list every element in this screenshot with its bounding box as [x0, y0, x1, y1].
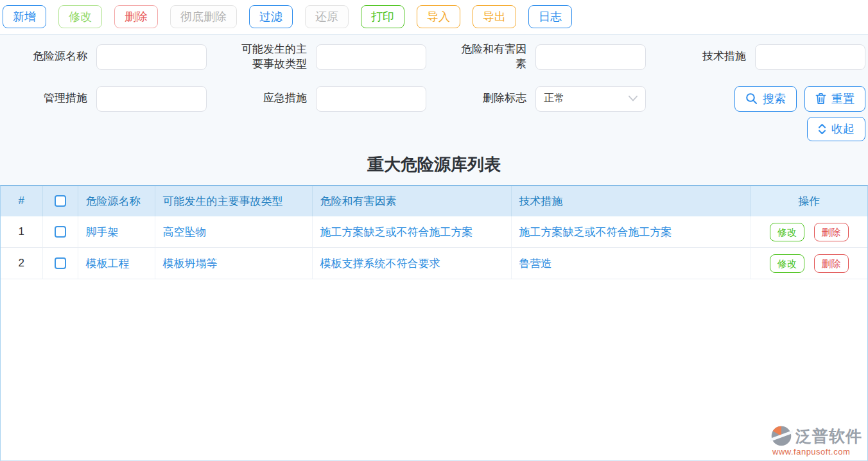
row-delete-button[interactable]: 删除: [814, 223, 849, 241]
search-button-label: 搜索: [763, 91, 786, 107]
hazard-name-label: 危险源名称: [15, 49, 87, 64]
toolbar-import-button[interactable]: 导入: [417, 5, 460, 28]
toolbar-export-button[interactable]: 导出: [473, 5, 516, 28]
collapse-button[interactable]: 收起: [807, 117, 865, 141]
toolbar-log-button[interactable]: 日志: [528, 5, 572, 28]
accident-type-label: 可能发生的主要事故类型: [235, 42, 307, 72]
select-all-checkbox[interactable]: [55, 195, 66, 207]
toolbar: 新增 修改 删除 彻底删除 过滤 还原 打印 导入 导出 日志: [0, 0, 868, 35]
header-accident-type: 可能发生的主要事故类型: [155, 186, 312, 216]
row-delete-button[interactable]: 删除: [814, 254, 849, 273]
cell-technical-measures: 施工方案缺乏或不符合施工方案: [511, 216, 751, 248]
hazard-table-container: # 危险源名称 可能发生的主要事故类型 危险和有害因素 技术措施 操作 1 脚手…: [0, 185, 868, 461]
filter-field-accident-type: 可能发生的主要事故类型: [235, 42, 426, 72]
row-checkbox[interactable]: [55, 226, 66, 238]
toolbar-add-button[interactable]: 新增: [3, 5, 46, 28]
toolbar-filter-button[interactable]: 过滤: [249, 5, 293, 28]
filter-panel: 危险源名称 可能发生的主要事故类型 危险和有害因素 技术措施 管理措施 应急措施…: [0, 35, 868, 141]
cell-actions: 修改 删除: [751, 248, 867, 279]
emergency-measures-label: 应急措施: [235, 91, 307, 106]
table-header-row: # 危险源名称 可能发生的主要事故类型 危险和有害因素 技术措施 操作: [1, 186, 867, 216]
fanpu-logo-icon: [770, 424, 793, 448]
collapse-updown-icon: [818, 123, 826, 135]
collapse-button-label: 收起: [831, 121, 855, 137]
cell-hazard-factors: 模板支撑系统不符合要求: [312, 248, 511, 279]
management-measures-input[interactable]: [96, 86, 207, 112]
header-actions: 操作: [751, 186, 867, 216]
filter-field-hazard-factors: 危险和有害因素: [455, 42, 646, 72]
filter-field-technical-measures: 技术措施: [674, 44, 865, 70]
brand-name: 泛普软件: [795, 426, 862, 447]
cell-technical-measures: 鲁营造: [511, 248, 751, 279]
row-select-cell: [42, 248, 78, 279]
hazard-factors-label: 危险和有害因素: [455, 42, 526, 72]
hazard-factors-input[interactable]: [535, 44, 646, 70]
row-edit-button[interactable]: 修改: [770, 254, 804, 273]
filter-field-management-measures: 管理措施: [15, 86, 207, 112]
management-measures-label: 管理措施: [15, 91, 87, 106]
toolbar-purge-button[interactable]: 彻底删除: [170, 5, 237, 28]
table-row: 2 模板工程 模板坍塌等 模板支撑系统不符合要求 鲁营造 修改 删除: [1, 248, 867, 279]
header-hazard-factors: 危险和有害因素: [312, 186, 511, 216]
hazard-name-input[interactable]: [96, 44, 207, 70]
delete-flag-label: 删除标志: [455, 91, 526, 106]
filter-field-hazard-name: 危险源名称: [15, 44, 207, 70]
row-index: 2: [1, 248, 42, 279]
header-hazard-name: 危险源名称: [78, 186, 155, 216]
header-technical-measures: 技术措施: [511, 186, 751, 216]
delete-flag-select[interactable]: 正常: [535, 86, 646, 112]
header-select-all: [42, 186, 78, 216]
reset-button[interactable]: 重置: [804, 86, 865, 112]
header-index: #: [1, 186, 42, 216]
delete-flag-selected-value: 正常: [544, 92, 564, 105]
row-select-cell: [42, 216, 78, 248]
page-title: 重大危险源库列表: [0, 153, 868, 176]
toolbar-print-button[interactable]: 打印: [361, 5, 404, 28]
reset-button-label: 重置: [831, 91, 855, 107]
cell-actions: 修改 删除: [751, 216, 867, 248]
hazard-table: # 危险源名称 可能发生的主要事故类型 危险和有害因素 技术措施 操作 1 脚手…: [1, 186, 867, 280]
row-checkbox[interactable]: [55, 257, 66, 269]
toolbar-edit-button[interactable]: 修改: [58, 5, 102, 28]
cell-accident-type: 高空坠物: [155, 216, 312, 248]
row-index: 1: [1, 216, 42, 248]
filter-field-delete-flag: 删除标志 正常: [455, 86, 646, 112]
toolbar-delete-button[interactable]: 删除: [114, 5, 158, 28]
table-row: 1 脚手架 高空坠物 施工方案缺乏或不符合施工方案 施工方案缺乏或不符合施工方案…: [1, 216, 867, 248]
accident-type-input[interactable]: [316, 44, 426, 70]
brand-website: www.fanpusoft.com: [770, 447, 850, 457]
fanpu-brand: 泛普软件 www.fanpusoft.com: [770, 424, 862, 457]
filter-field-emergency-measures: 应急措施: [235, 86, 426, 112]
cell-accident-type: 模板坍塌等: [155, 248, 312, 279]
cell-hazard-factors: 施工方案缺乏或不符合施工方案: [312, 216, 511, 248]
technical-measures-input[interactable]: [755, 44, 865, 70]
row-edit-button[interactable]: 修改: [770, 223, 804, 241]
cell-hazard-name: 脚手架: [78, 216, 155, 248]
search-icon: [745, 92, 758, 105]
technical-measures-label: 技术措施: [674, 49, 746, 64]
emergency-measures-input[interactable]: [316, 86, 426, 112]
trash-icon: [815, 92, 826, 105]
cell-hazard-name: 模板工程: [78, 248, 155, 279]
chevron-down-icon: [629, 96, 638, 101]
toolbar-restore-button[interactable]: 还原: [305, 5, 349, 28]
search-button[interactable]: 搜索: [734, 86, 797, 112]
